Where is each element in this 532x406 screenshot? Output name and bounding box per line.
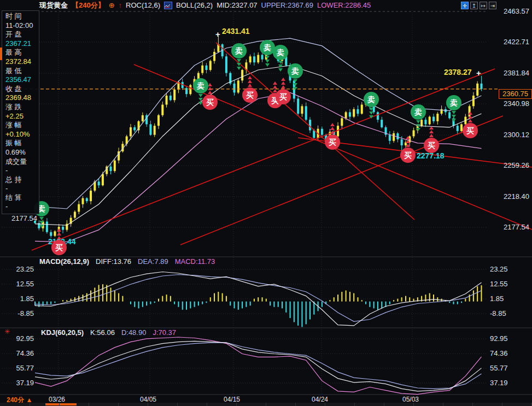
info-label: 成交量 xyxy=(5,157,39,167)
info-label: 结 算 xyxy=(5,193,39,203)
info-label: 涨 幅 xyxy=(5,121,39,130)
info-value: - xyxy=(5,202,39,211)
info-label: 最 低 xyxy=(5,67,39,76)
info-row: 开 盘2367.21 xyxy=(5,30,39,48)
quote-info-panel: 时 间11-02:00开 盘2367.21最 高2372.84最 低2356.4… xyxy=(2,10,39,214)
info-label: 振 幅 xyxy=(5,139,39,148)
info-row: 振 幅0.69% xyxy=(5,139,39,157)
left-edge-marker xyxy=(0,48,2,60)
info-row: 时 间11-02:00 xyxy=(5,12,39,30)
kdj-k-value: K:56.06 xyxy=(90,328,115,337)
macd-dea-value: DEA:7.89 xyxy=(138,257,168,266)
info-label: 时 间 xyxy=(5,12,39,21)
kdj-title: KDJ(60,20,5) xyxy=(41,328,84,337)
info-value: 2367.21 xyxy=(5,39,39,49)
info-value: 2369.48 xyxy=(5,93,39,103)
kdj-header: KDJ(60,20,5) K:56.06 D:48.90 J:70.37 xyxy=(41,328,176,337)
info-row: 最 高2372.84 xyxy=(5,48,39,66)
info-row: 最 低2356.47 xyxy=(5,67,39,85)
trading-app-window: 现货黄金 【240分】 ⊕ ↑ ROC(12,6) BOLL(26,2) MID… xyxy=(0,0,532,406)
info-value: +2.25 xyxy=(5,112,39,121)
info-label: 最 高 xyxy=(5,48,39,57)
chart-canvas[interactable] xyxy=(0,0,532,406)
info-label: 收 盘 xyxy=(5,85,39,94)
info-row: 涨 幅+0.10% xyxy=(5,121,39,139)
info-label: 涨 跌 xyxy=(5,103,39,112)
info-value: - xyxy=(5,166,39,175)
kdj-settings-icon[interactable]: ✳ xyxy=(4,328,10,336)
kdj-d-value: D:48.90 xyxy=(121,328,147,337)
macd-diff-value: DIFF:13.76 xyxy=(96,257,131,266)
info-value: 2372.84 xyxy=(5,57,39,67)
info-value: +0.10% xyxy=(5,130,39,139)
info-value: - xyxy=(5,184,39,193)
info-row: 收 盘2369.48 xyxy=(5,85,39,103)
info-label: 总 持 xyxy=(5,175,39,185)
info-row: 成交量- xyxy=(5,157,39,175)
macd-title: MACD(26,12,9) xyxy=(39,257,89,266)
info-row: 总 持- xyxy=(5,175,39,193)
info-label: 开 盘 xyxy=(5,30,39,39)
info-value: 0.69% xyxy=(5,148,39,157)
macd-macd-value: MACD:11.73 xyxy=(175,257,215,266)
info-row: 涨 跌+2.25 xyxy=(5,103,39,121)
info-value: 2356.47 xyxy=(5,75,39,85)
macd-header: MACD(26,12,9) DIFF:13.76 DEA:7.89 MACD:1… xyxy=(39,257,215,266)
info-row: 结 算- xyxy=(5,193,39,211)
info-value: 11-02:00 xyxy=(5,21,39,31)
kdj-j-value: J:70.37 xyxy=(153,328,176,337)
